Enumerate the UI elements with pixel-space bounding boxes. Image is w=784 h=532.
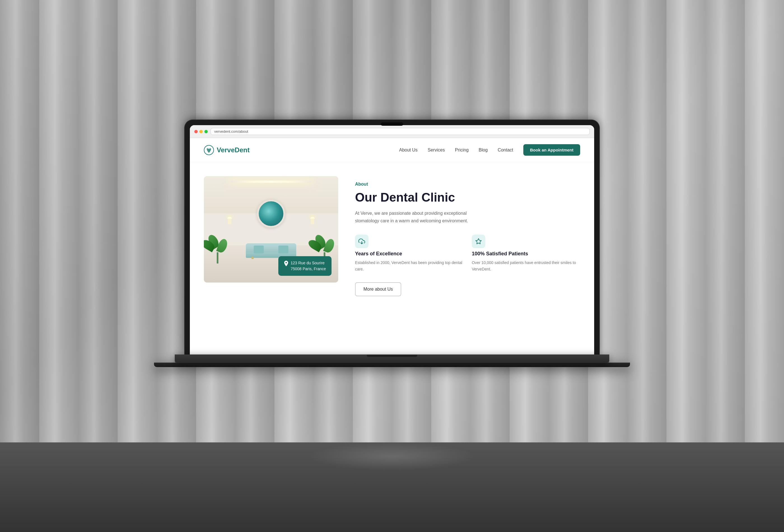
nav-links: About Us Services Pricing Blog Contact B… bbox=[399, 144, 580, 156]
nav-link-about-us[interactable]: About Us bbox=[399, 147, 418, 152]
nav-link-pricing[interactable]: Pricing bbox=[455, 147, 469, 152]
logo-icon bbox=[204, 145, 214, 155]
ceiling-light bbox=[231, 180, 311, 183]
logo-text: VerveDent bbox=[217, 146, 250, 154]
nav-link-blog[interactable]: Blog bbox=[479, 147, 488, 152]
desk-surface bbox=[0, 442, 784, 532]
desk-reflection bbox=[308, 442, 476, 470]
location-pin-icon bbox=[284, 261, 288, 268]
laptop-screen-outer: vervedent.com/about bbox=[185, 120, 599, 355]
section-description: At Verve, we are passionate about provid… bbox=[355, 209, 473, 225]
logo-verve: Verve bbox=[217, 146, 235, 154]
book-appointment-button[interactable]: Book an Appointment bbox=[523, 144, 580, 156]
feature-title-excellence: Years of Excellence bbox=[355, 251, 464, 257]
address-text: 123 Rue du Sourire 75008 Paris, France bbox=[291, 260, 326, 272]
laptop-base bbox=[175, 355, 609, 363]
camera-notch bbox=[381, 122, 403, 126]
laptop-hinge bbox=[367, 355, 417, 357]
browser-traffic-lights bbox=[194, 130, 208, 133]
nav-link-contact[interactable]: Contact bbox=[498, 147, 513, 152]
minimize-button-dot[interactable] bbox=[199, 130, 203, 133]
feature-title-patients: 100% Satisfied Patients bbox=[472, 251, 580, 257]
logo-area: VerveDent bbox=[204, 145, 250, 155]
feature-icon-excellence bbox=[355, 235, 368, 248]
laptop-bottom bbox=[154, 363, 630, 367]
plant-left bbox=[211, 235, 225, 263]
navbar: VerveDent About Us Services Pricing Blog… bbox=[190, 138, 594, 162]
feature-desc-patients: Over 10,000 satisfied patients have entr… bbox=[472, 259, 580, 272]
image-container: 123 Rue du Sourire 75008 Paris, France bbox=[204, 176, 338, 282]
feature-icon-patients bbox=[472, 235, 485, 248]
right-content: About Our Dental Clinic At Verve, we are… bbox=[355, 176, 580, 296]
about-label: About bbox=[355, 182, 580, 187]
more-about-us-button[interactable]: More about Us bbox=[355, 282, 401, 296]
website-content: VerveDent About Us Services Pricing Blog… bbox=[190, 138, 594, 313]
main-content: 123 Rue du Sourire 75008 Paris, France A… bbox=[190, 162, 594, 313]
laptop-wrapper: vervedent.com/about bbox=[175, 120, 609, 367]
nav-link-services[interactable]: Services bbox=[427, 147, 445, 152]
address-line1: 123 Rue du Sourire bbox=[291, 260, 326, 266]
section-title: Our Dental Clinic bbox=[355, 190, 580, 205]
maximize-button-dot[interactable] bbox=[204, 130, 208, 133]
browser-window: vervedent.com/about bbox=[190, 125, 594, 355]
feature-card-excellence: Years of Excellence Established in 2000,… bbox=[355, 235, 464, 272]
close-button-dot[interactable] bbox=[194, 130, 198, 133]
wall-sconce-right bbox=[311, 219, 314, 224]
logo-dent: Dent bbox=[235, 146, 250, 154]
features-grid: Years of Excellence Established in 2000,… bbox=[355, 235, 580, 272]
address-line2: 75008 Paris, France bbox=[291, 266, 326, 272]
browser-chrome: vervedent.com/about bbox=[190, 125, 594, 138]
svg-marker-2 bbox=[476, 239, 481, 244]
url-bar[interactable]: vervedent.com/about bbox=[211, 128, 590, 135]
wall-sconce-left bbox=[228, 219, 231, 224]
feature-card-patients: 100% Satisfied Patients Over 10,000 sati… bbox=[472, 235, 580, 272]
feature-desc-excellence: Established in 2000, VerveDent has been … bbox=[355, 259, 464, 272]
laptop-screen-bezel: vervedent.com/about bbox=[190, 125, 594, 355]
address-overlay: 123 Rue du Sourire 75008 Paris, France bbox=[278, 256, 332, 276]
circle-artwork bbox=[257, 200, 285, 228]
